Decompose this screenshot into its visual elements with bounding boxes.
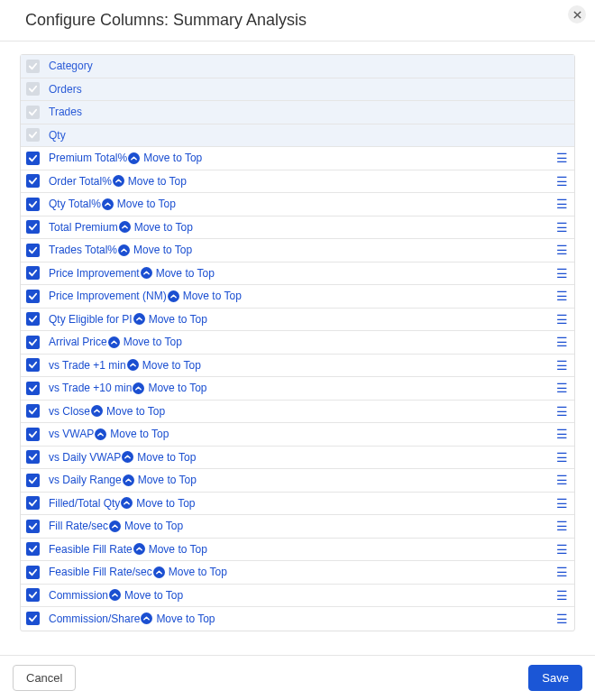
drag-handle-icon[interactable]: ☰: [556, 198, 567, 210]
column-row: Arrival Price Move to Top ☰: [21, 331, 574, 355]
move-to-top-label: Move to Top: [143, 152, 202, 164]
move-to-top-button[interactable]: Move to Top: [133, 543, 207, 556]
column-row: Price Improvement Move to Top ☰: [21, 262, 574, 286]
column-row: Feasible Fill Rate/sec Move to Top ☰: [21, 561, 574, 585]
column-checkbox-disabled: [26, 82, 40, 96]
drag-handle-icon[interactable]: ☰: [556, 267, 567, 280]
move-to-top-button[interactable]: Move to Top: [108, 520, 183, 532]
move-to-top-label: Move to Top: [117, 198, 176, 210]
chevron-up-circle-icon: [109, 520, 121, 532]
move-to-top-label: Move to Top: [156, 267, 215, 280]
move-to-top-button[interactable]: Move to Top: [122, 474, 197, 486]
move-to-top-button[interactable]: Move to Top: [117, 244, 192, 256]
move-to-top-button[interactable]: Move to Top: [121, 451, 196, 464]
close-button[interactable]: [568, 5, 586, 23]
column-checkbox[interactable]: [26, 358, 40, 372]
move-to-top-button[interactable]: Move to Top: [101, 198, 176, 210]
move-to-top-button[interactable]: Move to Top: [127, 152, 202, 164]
drag-handle-icon[interactable]: ☰: [556, 382, 567, 394]
move-to-top-button[interactable]: Move to Top: [90, 405, 165, 418]
move-to-top-button[interactable]: Move to Top: [126, 359, 201, 372]
move-to-top-button[interactable]: Move to Top: [118, 221, 193, 234]
column-row: vs Trade +1 min Move to Top ☰: [21, 355, 574, 378]
move-to-top-button[interactable]: Move to Top: [108, 589, 183, 602]
drag-handle-icon[interactable]: ☰: [556, 313, 567, 326]
drag-handle-icon[interactable]: ☰: [556, 359, 567, 372]
column-checkbox[interactable]: [26, 244, 40, 257]
move-to-top-button[interactable]: Move to Top: [152, 566, 227, 578]
chevron-up-circle-icon: [168, 290, 179, 302]
drag-handle-icon[interactable]: ☰: [556, 152, 567, 164]
column-checkbox[interactable]: [26, 198, 40, 211]
drag-handle-icon[interactable]: ☰: [556, 175, 567, 188]
column-checkbox[interactable]: [26, 450, 40, 464]
drag-handle-icon[interactable]: ☰: [556, 566, 567, 578]
drag-handle-icon[interactable]: ☰: [556, 612, 567, 625]
column-checkbox[interactable]: [26, 152, 40, 165]
column-checkbox[interactable]: [26, 542, 40, 556]
column-checkbox[interactable]: [26, 520, 40, 533]
move-to-top-button[interactable]: Move to Top: [133, 313, 207, 326]
drag-handle-icon[interactable]: ☰: [556, 543, 567, 556]
drag-handle-icon[interactable]: ☰: [556, 451, 567, 464]
chevron-up-circle-icon: [133, 382, 144, 394]
column-checkbox[interactable]: [26, 612, 40, 625]
chevron-up-circle-icon: [133, 313, 145, 325]
column-checkbox-disabled: [26, 128, 40, 142]
column-checkbox[interactable]: [26, 566, 40, 579]
drag-handle-icon[interactable]: ☰: [556, 474, 567, 486]
cancel-button[interactable]: Cancel: [13, 665, 76, 691]
column-checkbox[interactable]: [26, 382, 40, 395]
chevron-up-circle-icon: [128, 152, 140, 164]
column-checkbox[interactable]: [26, 290, 40, 303]
column-label: Trades: [49, 106, 82, 118]
column-row: Qty Total% Move to Top ☰: [21, 193, 574, 216]
drag-handle-icon[interactable]: ☰: [556, 497, 567, 510]
column-checkbox[interactable]: [26, 404, 40, 418]
drag-handle-icon[interactable]: ☰: [556, 520, 567, 532]
move-to-top-button[interactable]: Move to Top: [140, 612, 215, 625]
drag-handle-icon[interactable]: ☰: [556, 244, 567, 256]
move-to-top-button[interactable]: Move to Top: [120, 497, 195, 510]
move-to-top-button[interactable]: Move to Top: [140, 267, 215, 280]
column-label: vs Trade +10 min: [49, 382, 132, 394]
move-to-top-button[interactable]: Move to Top: [94, 428, 169, 440]
chevron-up-circle-icon: [133, 543, 145, 555]
column-checkbox[interactable]: [26, 428, 40, 441]
dialog-footer: Cancel Save: [0, 655, 595, 700]
column-row: vs VWAP Move to Top ☰: [21, 423, 574, 447]
column-row: Order Total% Move to Top ☰: [21, 170, 574, 194]
move-to-top-label: Move to Top: [149, 313, 207, 326]
move-to-top-button[interactable]: Move to Top: [107, 336, 182, 348]
column-label: vs Daily VWAP: [49, 451, 121, 464]
drag-handle-icon[interactable]: ☰: [556, 221, 567, 234]
column-checkbox[interactable]: [26, 496, 40, 510]
chevron-up-circle-icon: [113, 175, 124, 187]
drag-handle-icon[interactable]: ☰: [556, 428, 567, 440]
drag-handle-icon[interactable]: ☰: [556, 405, 567, 418]
move-to-top-label: Move to Top: [124, 520, 183, 532]
move-to-top-button[interactable]: Move to Top: [112, 175, 187, 188]
drag-handle-icon[interactable]: ☰: [556, 290, 567, 302]
column-label: Premium Total%: [49, 152, 127, 164]
move-to-top-label: Move to Top: [128, 175, 187, 188]
drag-handle-icon[interactable]: ☰: [556, 589, 567, 602]
column-label: Total Premium: [49, 221, 118, 234]
column-checkbox-disabled: [26, 60, 40, 73]
move-to-top-label: Move to Top: [138, 474, 197, 486]
column-checkbox[interactable]: [26, 474, 40, 487]
column-checkbox[interactable]: [26, 336, 40, 349]
column-row: Filled/Total Qty Move to Top ☰: [21, 493, 574, 516]
move-to-top-button[interactable]: Move to Top: [132, 382, 206, 394]
move-to-top-button[interactable]: Move to Top: [167, 290, 242, 302]
column-checkbox[interactable]: [26, 220, 40, 234]
move-to-top-label: Move to Top: [124, 336, 182, 348]
column-checkbox[interactable]: [26, 266, 40, 280]
save-button[interactable]: Save: [528, 665, 582, 691]
chevron-up-circle-icon: [121, 497, 133, 509]
column-checkbox[interactable]: [26, 312, 40, 326]
column-label: Commission/Share: [49, 612, 140, 625]
column-checkbox[interactable]: [26, 174, 40, 188]
column-checkbox[interactable]: [26, 588, 40, 602]
drag-handle-icon[interactable]: ☰: [556, 336, 567, 348]
